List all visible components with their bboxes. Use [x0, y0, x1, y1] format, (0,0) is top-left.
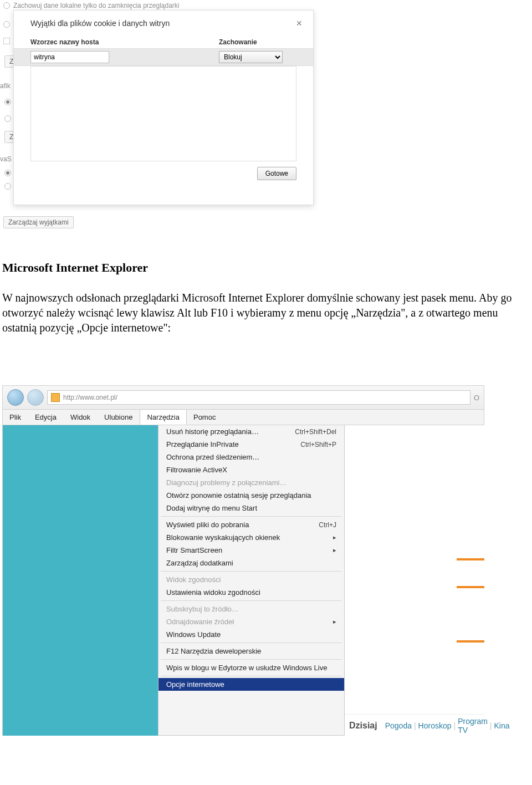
menu-item-label: Filtrowanie ActiveX — [166, 466, 227, 474]
menu-item-label: Usuń historię przeglądania… — [166, 427, 259, 436]
host-pattern-input[interactable] — [30, 51, 109, 63]
submenu-arrow-icon: ▸ — [329, 618, 336, 625]
menu-item[interactable]: Dodaj witrynę do menu Start — [158, 502, 344, 514]
menu-item: Widok zgodności — [158, 573, 344, 586]
menu-item-label: Diagnozuj problemy z połączeniami… — [166, 478, 287, 487]
menu-item-label: Ustawienia widoku zgodności — [166, 588, 260, 597]
forward-button-icon[interactable] — [27, 389, 44, 406]
page-bottom-nav: Dzisiaj Pogoda| Horoskop| Program TV| Ki… — [345, 714, 484, 736]
menu-item-label: Odnajdowanie źródeł — [166, 618, 234, 626]
menu-item[interactable]: Blokowanie wyskakujących okienek▸ — [158, 531, 344, 544]
exception-input-row: Blokuj — [14, 48, 313, 66]
menu-item[interactable]: Wpis w blogu w Edytorze w usłudze Window… — [158, 661, 344, 674]
article-section: Microsoft Internet Explorer W najnowszyc… — [0, 227, 532, 341]
menu-tools[interactable]: Narzędzia — [140, 409, 187, 425]
menu-item[interactable]: Opcje internetowe — [158, 678, 344, 691]
radio-icon — [4, 115, 11, 122]
radio-icon — [4, 170, 11, 176]
ie-page-right-panel: Dzisiaj Pogoda| Horoskop| Program TV| Ki… — [345, 425, 484, 736]
menu-item-label: Zarządzaj dodatkami — [166, 559, 233, 567]
menu-item: Odnajdowanie źródeł▸ — [158, 615, 344, 628]
menu-item-label: Ochrona przed śledzeniem… — [166, 453, 259, 461]
decorative-strip — [457, 640, 484, 643]
radio-icon — [3, 21, 10, 28]
menu-item-label: Widok zgodności — [166, 575, 221, 584]
menu-item-label: Windows Update — [166, 630, 221, 639]
decorative-strip — [457, 558, 484, 560]
menu-edit[interactable]: Edycja — [28, 410, 64, 425]
menu-item[interactable]: Zarządzaj dodatkami — [158, 557, 344, 569]
ie-page-left-panel — [3, 425, 158, 736]
nav-link[interactable]: Kina — [494, 721, 510, 730]
menu-view[interactable]: Widok — [64, 410, 98, 425]
page-icon — [51, 393, 60, 402]
radio-icon — [4, 183, 11, 190]
menu-item-label: Przeglądanie InPrivate — [166, 440, 239, 448]
option-label: Zachowuj dane lokalne tylko do zamknięci… — [13, 2, 180, 9]
done-button[interactable]: Gotowe — [257, 167, 296, 180]
menu-item[interactable]: Wyświetl pliki do pobraniaCtrl+J — [158, 518, 344, 531]
decorative-strip — [457, 586, 484, 588]
menu-item-label: Blokowanie wyskakujących okienek — [166, 533, 280, 542]
nav-link[interactable]: Program TV — [458, 717, 488, 735]
today-label: Dzisiaj — [349, 721, 377, 731]
submenu-arrow-icon: ▸ — [329, 547, 336, 554]
menu-item[interactable]: Windows Update — [158, 628, 344, 641]
cutoff-label: vaS — [0, 155, 12, 163]
radio-icon — [4, 99, 11, 105]
cookie-exceptions-dialog: Wyjątki dla plików cookie i danych witry… — [13, 10, 314, 205]
menu-item-label: Wpis w blogu w Edytorze w usłudze Window… — [166, 664, 327, 672]
nav-link[interactable]: Pogoda — [385, 721, 412, 730]
menu-item-shortcut: Ctrl+Shift+P — [300, 441, 336, 448]
address-bar[interactable]: http://www.onet.pl/ — [47, 390, 470, 405]
menu-item-label: F12 Narzędzia deweloperskie — [166, 647, 261, 655]
url-text: http://www.onet.pl/ — [63, 394, 117, 401]
col-host-header: Wzorzec nazwy hosta — [30, 38, 219, 46]
menu-item-label: Filtr SmartScreen — [166, 546, 222, 554]
col-behavior-header: Zachowanie — [219, 38, 296, 46]
back-button-icon[interactable] — [7, 389, 24, 406]
behavior-select[interactable]: Blokuj — [219, 51, 283, 63]
menu-favorites[interactable]: Ulubione — [98, 410, 140, 425]
article-heading: Microsoft Internet Explorer — [2, 261, 530, 275]
menu-item[interactable]: Ochrona przed śledzeniem… — [158, 451, 344, 463]
cutoff-label: afik — [0, 82, 11, 90]
menu-item[interactable]: F12 Narzędzia deweloperskie — [158, 645, 344, 657]
menu-item: Diagnozuj problemy z połączeniami… — [158, 476, 344, 489]
keep-data-until-close-option[interactable]: Zachowuj dane lokalne tylko do zamknięci… — [3, 2, 180, 9]
menu-item-shortcut: Ctrl+Shift+Del — [295, 428, 336, 436]
menu-file[interactable]: Plik — [3, 410, 28, 425]
menu-item[interactable]: Ustawienia widoku zgodności — [158, 586, 344, 599]
menu-item-label: Otwórz ponownie ostatnią sesję przegląda… — [166, 491, 311, 499]
menu-item-label: Wyświetl pliki do pobrania — [166, 521, 249, 529]
chrome-options-background: Zachowuj dane lokalne tylko do zamknięci… — [0, 0, 321, 227]
menu-item[interactable]: Filtr SmartScreen▸ — [158, 544, 344, 557]
exceptions-listbox[interactable] — [30, 66, 296, 161]
radio-icon — [3, 2, 10, 9]
menu-item[interactable]: Usuń historię przeglądania…Ctrl+Shift+De… — [158, 425, 344, 438]
nav-link[interactable]: Horoskop — [418, 721, 452, 730]
menu-item[interactable]: Otwórz ponownie ostatnią sesję przegląda… — [158, 489, 344, 502]
menu-item-shortcut: Ctrl+J — [319, 521, 336, 529]
ie-menubar: Plik Edycja Widok Ulubione Narzędzia Pom… — [2, 409, 484, 425]
menu-item[interactable]: Filtrowanie ActiveX — [158, 463, 344, 476]
ie-screenshot: http://www.onet.pl/ O Plik Edycja Widok … — [2, 385, 484, 736]
submenu-arrow-icon: ▸ — [329, 534, 336, 541]
article-paragraph: W najnowszych odsłonach przeglądarki Mic… — [2, 290, 530, 335]
titlebar-right-label: O — [474, 394, 479, 402]
menu-help[interactable]: Pomoc — [187, 410, 223, 425]
dialog-column-headers: Wzorzec nazwy hosta Zachowanie — [14, 34, 313, 48]
manage-exceptions-button[interactable]: Zarządzaj wyjątkami — [3, 216, 74, 228]
menu-item-label: Dodaj witrynę do menu Start — [166, 504, 257, 512]
checkbox-icon — [3, 38, 10, 44]
menu-item: Subskrybuj to źródło… — [158, 603, 344, 615]
close-icon[interactable]: × — [296, 18, 302, 28]
tools-dropdown-menu: Usuń historię przeglądania…Ctrl+Shift+De… — [158, 425, 345, 736]
ie-window-titlebar: http://www.onet.pl/ O — [2, 385, 484, 409]
dialog-title: Wyjątki dla plików cookie i danych witry… — [30, 19, 170, 28]
menu-item-label: Opcje internetowe — [166, 680, 224, 689]
menu-item[interactable]: Przeglądanie InPrivateCtrl+Shift+P — [158, 438, 344, 451]
menu-item-label: Subskrybuj to źródło… — [166, 605, 239, 613]
